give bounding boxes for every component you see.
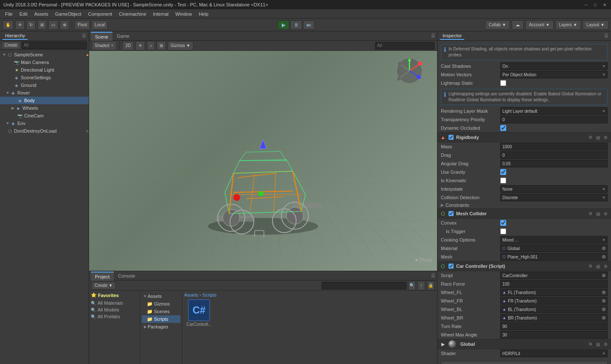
scene-light-btn[interactable]: ☀ [135,41,145,50]
hierarchy-search[interactable] [22,42,87,49]
menu-assets[interactable]: Assets [31,11,52,17]
hierarchy-menu-btn[interactable]: ☰ [82,33,86,39]
scene-effects-btn[interactable]: ⊞ [157,41,166,50]
breadcrumb-assets[interactable]: Assets [184,292,198,297]
project-refresh-btn[interactable]: ↑ [418,281,425,290]
gizmo-widget[interactable] [395,56,424,86]
constraints-row[interactable]: ▶ Constraints [437,202,611,208]
wheel-max-angle-input[interactable] [500,331,608,339]
dynamic-occluded-checkbox[interactable] [500,125,506,131]
car-controller-section-header[interactable]: ⬡ Car Controller (Script) ⧉ ▤ ⚙ [437,261,611,271]
minimize-btn[interactable]: ─ [583,2,589,8]
tree-scripts[interactable]: 📁 Scripts [142,315,180,323]
scene-search-input[interactable] [375,42,434,50]
tree-item-dontdestroy[interactable]: ⬡ DontDestroyOnLoad ≡ [0,127,89,135]
rigidbody-section-header[interactable]: ▲ Rigidbody ⧉ ▤ ⚙ [437,132,611,142]
project-search[interactable] [322,282,406,289]
breadcrumb-scripts[interactable]: Scripts [202,292,217,297]
scene-viewport[interactable]: ◄ Persp [89,51,437,271]
inspector-menu-btn[interactable]: ☰ [604,33,608,39]
scale-tool-btn[interactable]: ⊞ [37,20,47,30]
tree-assets[interactable]: ▼ Assets [142,292,180,300]
rotate-tool-btn[interactable]: ↻ [26,20,36,30]
layout-btn[interactable]: Layout ▼ [583,20,608,30]
tree-item-body[interactable]: ◈ Body [0,97,89,104]
tree-item-ground[interactable]: ◈ Ground [0,81,89,89]
tree-item-rover[interactable]: ▼ ◈ Rover [0,89,89,97]
rigidbody-enabled-checkbox[interactable] [448,135,454,140]
angular-drag-input[interactable] [500,160,608,167]
fav-item-prefabs[interactable]: 🔍 All Prefabs [91,313,138,320]
wheel-br-circle[interactable] [602,316,605,320]
motion-vectors-dropdown[interactable]: Per Object Motion ▼ [500,71,608,78]
convex-checkbox[interactable] [500,220,506,226]
menu-file[interactable]: File [2,11,16,17]
tree-item-maincamera[interactable]: 📷 Main Camera [0,58,89,66]
rect-tool-btn[interactable]: ▭ [48,20,58,30]
project-tab[interactable]: Project [91,272,114,281]
car-controller-enabled-checkbox[interactable] [448,264,454,269]
shader-dropdown[interactable]: HDRP/Lit ▼ [500,350,608,357]
maximize-btn[interactable]: □ [592,2,598,8]
shaded-dropdown[interactable]: Shaded ▼ [92,41,117,50]
hand-tool-btn[interactable]: ✋ [3,20,14,30]
is-trigger-checkbox[interactable] [500,228,506,234]
hierarchy-create-btn[interactable]: Create [2,42,20,49]
mesh-circle[interactable] [602,255,605,258]
close-btn[interactable]: ✕ [602,2,608,8]
tree-item-samplescene[interactable]: ▼ ⬡ SampleScene ● [0,51,89,58]
layers-btn[interactable]: Layers ▼ [555,20,581,30]
mesh-collider-material-circle[interactable] [602,247,605,250]
tree-gizmos[interactable]: 📁 Gizmos [142,300,180,308]
car-controller-copy-btn[interactable]: ⧉ [587,263,593,269]
add-component-btn[interactable]: Add Component [441,361,608,364]
project-menu-btn[interactable]: ☰ [431,273,435,278]
rigidbody-preset-btn[interactable]: ▤ [595,134,601,140]
lightmap-static-checkbox[interactable] [500,80,506,86]
collab-btn[interactable]: Collab ▼ [485,20,510,30]
collision-detection-dropdown[interactable]: Discrete ▼ [500,194,608,201]
script-circle[interactable] [602,274,605,277]
mesh-collider-enabled-checkbox[interactable] [448,211,454,216]
race-force-input[interactable] [500,280,608,288]
scene-tab[interactable]: Scene [91,32,112,41]
wheel-br-ref[interactable]: ▲ BR (Transform) [500,314,608,322]
project-lock-btn[interactable]: 🔒 [427,281,434,290]
cooking-options-dropdown[interactable]: Mixed ... ▼ [500,236,608,244]
tree-item-wheels[interactable]: ▶ ◈ Wheels [0,104,89,112]
mesh-collider-copy-btn[interactable]: ⧉ [587,211,593,217]
wheel-fl-circle[interactable] [602,291,605,294]
fav-item-materials[interactable]: 🔍 All Materials [91,300,138,306]
mesh-collider-section-header[interactable]: ⬡ Mesh Collider ⧉ ▤ ⚙ [437,208,611,219]
menu-help[interactable]: Help [195,11,212,17]
move-tool-btn[interactable]: ✛ [15,20,25,30]
tree-packages[interactable]: ▶ Packages [142,323,180,331]
material-copy-btn[interactable]: ⧉ [587,341,593,347]
rigidbody-copy-btn[interactable]: ⧉ [587,134,593,140]
mesh-collider-material-ref[interactable]: ⬡ Global [500,245,608,252]
local-btn[interactable]: Local [92,20,108,30]
hierarchy-tab[interactable]: Hierarchy [3,32,28,40]
tree-item-cinecam[interactable]: 📷 CineCam [0,112,89,119]
scene-gizmos-btn[interactable]: Gizmos ▼ [168,41,193,50]
mesh-collider-menu-btn[interactable]: ⚙ [603,211,608,217]
menu-edit[interactable]: Edit [16,11,31,17]
rigidbody-menu-btn[interactable]: ⚙ [603,134,608,140]
car-controller-menu-btn[interactable]: ⚙ [603,263,608,269]
mesh-ref[interactable]: ⬡ Plane_High.001 [500,253,608,261]
scene-view-menu[interactable]: ☰ [431,33,435,39]
menu-internal[interactable]: Internal [150,11,172,17]
pause-btn[interactable]: ⏸ [290,20,302,30]
fav-item-models[interactable]: 🔍 All Models [91,306,138,313]
dontdestroy-menu[interactable]: ≡ [86,129,89,133]
menu-cinemachine[interactable]: Cinemachine [115,11,149,17]
drag-input[interactable] [500,151,608,159]
menu-gameobject[interactable]: GameObject [52,11,85,17]
asset-item-carcontroller[interactable]: C# CarControll... [184,299,214,327]
material-section-header[interactable]: ▶ Global ⧉ ▤ ⚙ [437,339,611,349]
mass-input[interactable] [500,143,608,150]
material-menu-btn[interactable]: ⚙ [603,341,608,347]
interpolate-dropdown[interactable]: None ▼ [500,185,608,193]
wheel-bl-circle[interactable] [602,308,605,311]
turn-rate-input[interactable] [500,322,608,330]
